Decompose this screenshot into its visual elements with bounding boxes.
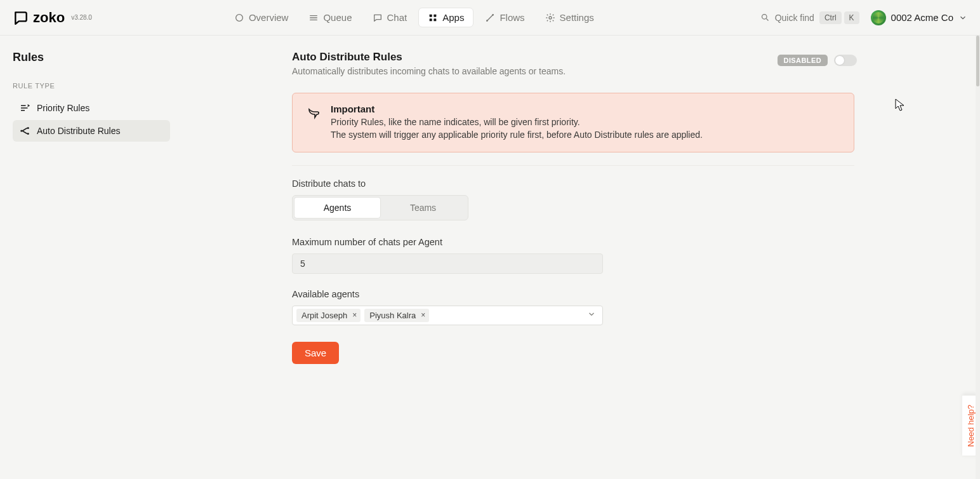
- logo-icon: [13, 10, 29, 26]
- nav-queue[interactable]: Queue: [300, 8, 361, 27]
- kbd-group: Ctrl K: [819, 11, 859, 24]
- flows-icon: [485, 13, 495, 23]
- sidebar-item-label: Auto Distribute Rules: [37, 126, 121, 136]
- seg-agents[interactable]: Agents: [295, 198, 380, 218]
- circle-icon: [234, 13, 244, 23]
- sidebar-item-priority-rules[interactable]: Priority Rules: [13, 97, 170, 119]
- nav-settings[interactable]: Settings: [536, 8, 603, 27]
- svg-rect-4: [434, 18, 437, 21]
- svg-point-10: [27, 127, 29, 129]
- apps-icon: [428, 13, 438, 23]
- megaphone-icon: [305, 105, 321, 142]
- kbd-ctrl: Ctrl: [819, 11, 842, 24]
- nav-apps-label: Apps: [442, 12, 464, 23]
- scrollbar-thumb[interactable]: [976, 36, 979, 86]
- org-name: 0002 Acme Co: [891, 12, 953, 23]
- alert-heading: Important: [331, 104, 703, 114]
- remove-agent-icon[interactable]: ×: [351, 311, 358, 320]
- status-toggle-group: DISABLED: [778, 55, 857, 66]
- nav-queue-label: Queue: [323, 12, 352, 23]
- alert-body: Important Priority Rules, like the name …: [331, 104, 703, 142]
- quick-find-label: Quick find: [775, 13, 814, 23]
- alert-line2: The system will trigger any applicable p…: [331, 128, 703, 141]
- nav-flows-label: Flows: [500, 12, 524, 23]
- top-right: Quick find Ctrl K 0002 Acme Co: [760, 10, 967, 25]
- search-icon: [760, 13, 770, 22]
- nav-chat[interactable]: Chat: [364, 8, 416, 27]
- nav-flows[interactable]: Flows: [476, 8, 533, 27]
- nav-links: Overview Queue Chat Apps Flows Settings: [225, 8, 603, 27]
- status-badge: DISABLED: [778, 55, 828, 66]
- seg-teams[interactable]: Teams: [380, 198, 466, 218]
- distribute-label: Distribute chats to: [292, 179, 957, 189]
- available-agents-label: Available agents: [292, 289, 957, 299]
- agent-tag-label: Arpit Joseph: [301, 311, 347, 320]
- save-button[interactable]: Save: [292, 342, 339, 364]
- chevron-down-icon: [587, 310, 596, 321]
- svg-point-8: [762, 15, 767, 20]
- priority-icon: [19, 102, 30, 114]
- agent-tag: Arpit Joseph ×: [296, 309, 361, 322]
- important-alert: Important Priority Rules, like the name …: [292, 93, 854, 152]
- sidebar-item-label: Priority Rules: [37, 103, 89, 113]
- max-chats-label: Maximum number of chats per Agent: [292, 237, 957, 247]
- agent-tag: Piyush Kalra ×: [364, 309, 429, 322]
- svg-point-5: [486, 20, 488, 22]
- svg-point-6: [493, 14, 494, 16]
- main-content: Auto Distribute Rules Automatically dist…: [178, 36, 980, 479]
- avatar: [871, 10, 886, 25]
- nav-chat-label: Chat: [387, 12, 407, 23]
- top-bar: zoko v3.28.0 Overview Queue Chat Apps Fl…: [0, 0, 980, 36]
- page-title: Auto Distribute Rules: [292, 51, 566, 64]
- sidebar-title: Rules: [13, 51, 170, 64]
- nav-settings-label: Settings: [560, 12, 594, 23]
- enable-toggle[interactable]: [834, 55, 857, 66]
- remove-agent-icon[interactable]: ×: [420, 311, 427, 320]
- svg-point-7: [549, 17, 552, 19]
- distribute-segmented: Agents Teams: [292, 195, 468, 220]
- page-header: Auto Distribute Rules Automatically dist…: [292, 51, 857, 76]
- max-chats-input[interactable]: [292, 253, 603, 274]
- version-text: v3.28.0: [71, 14, 92, 21]
- distribute-icon: [19, 125, 30, 137]
- scrollbar-track[interactable]: [976, 36, 980, 479]
- alert-line1: Priority Rules, like the name indicates,…: [331, 116, 703, 128]
- logo-text: zoko: [33, 10, 65, 26]
- available-agents-select[interactable]: Arpit Joseph × Piyush Kalra ×: [292, 306, 603, 325]
- org-switcher[interactable]: 0002 Acme Co: [871, 10, 967, 25]
- kbd-k: K: [844, 11, 859, 24]
- body: Rules RULE TYPE Priority Rules Auto Dist…: [0, 36, 980, 479]
- svg-point-0: [236, 14, 243, 21]
- nav-apps[interactable]: Apps: [418, 8, 473, 27]
- sidebar-item-auto-distribute[interactable]: Auto Distribute Rules: [13, 120, 170, 142]
- agent-tag-label: Piyush Kalra: [369, 311, 416, 320]
- logo[interactable]: zoko v3.28.0: [13, 10, 92, 26]
- svg-point-9: [20, 130, 22, 132]
- chevron-down-icon: [958, 13, 967, 22]
- quick-find[interactable]: Quick find Ctrl K: [760, 11, 859, 24]
- svg-rect-3: [430, 18, 432, 21]
- gear-icon: [545, 13, 555, 23]
- page-header-left: Auto Distribute Rules Automatically dist…: [292, 51, 566, 76]
- rule-type-label: RULE TYPE: [13, 82, 170, 90]
- svg-rect-1: [430, 14, 432, 17]
- queue-icon: [308, 13, 319, 23]
- svg-point-11: [27, 133, 29, 135]
- page-subtitle: Automatically distributes incoming chats…: [292, 66, 566, 76]
- chat-icon: [373, 13, 383, 23]
- divider: [292, 165, 854, 166]
- nav-overview-label: Overview: [249, 12, 289, 23]
- sidebar: Rules RULE TYPE Priority Rules Auto Dist…: [0, 36, 178, 479]
- nav-overview[interactable]: Overview: [225, 8, 298, 27]
- svg-rect-2: [434, 14, 437, 17]
